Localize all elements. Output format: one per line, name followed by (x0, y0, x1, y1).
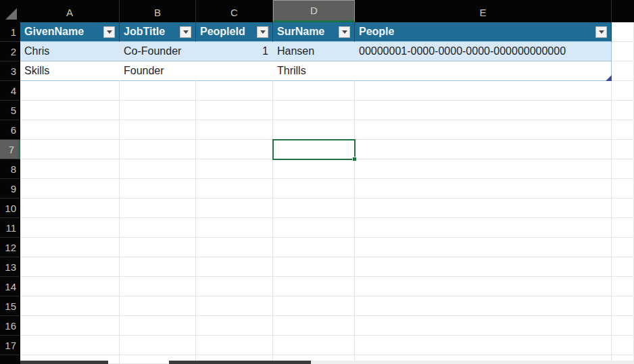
table-header-cell-people[interactable]: People (355, 22, 612, 42)
empty-cell[interactable] (273, 81, 355, 101)
empty-cell[interactable] (612, 42, 634, 61)
filter-dropdown-button[interactable] (103, 26, 115, 38)
empty-cell[interactable] (120, 316, 196, 336)
row-header-12[interactable]: 12 (0, 238, 20, 257)
empty-cell[interactable] (20, 316, 120, 336)
empty-cell[interactable] (120, 336, 196, 355)
empty-cell[interactable] (355, 257, 612, 277)
empty-cell[interactable] (120, 238, 196, 257)
empty-cell[interactable] (355, 101, 612, 120)
fill-handle[interactable] (352, 157, 357, 161)
empty-cell[interactable] (120, 140, 196, 159)
empty-cell[interactable] (612, 22, 634, 42)
empty-cell[interactable] (20, 120, 120, 140)
empty-cell[interactable] (120, 159, 196, 179)
empty-cell[interactable] (273, 159, 355, 179)
data-cell-C3[interactable] (196, 61, 273, 81)
empty-cell[interactable] (273, 257, 355, 277)
table-header-cell-givenname[interactable]: GivenName (20, 22, 120, 42)
empty-cell[interactable] (196, 257, 273, 277)
empty-cell[interactable] (612, 336, 634, 355)
empty-cell[interactable] (612, 218, 634, 238)
empty-cell[interactable] (355, 218, 612, 238)
table-header-cell-peopleid[interactable]: PeopleId (196, 22, 273, 42)
empty-cell[interactable] (196, 179, 273, 199)
empty-cell[interactable] (612, 179, 634, 199)
data-cell-C2[interactable]: 1 (196, 42, 273, 61)
empty-cell[interactable] (20, 296, 120, 316)
empty-cell[interactable] (612, 296, 634, 316)
row-header-4[interactable]: 4 (0, 81, 20, 101)
row-header-17[interactable]: 17 (0, 336, 20, 355)
empty-cell[interactable] (196, 218, 273, 238)
empty-cell[interactable] (20, 140, 120, 159)
empty-cell[interactable] (355, 199, 612, 218)
empty-cell[interactable] (273, 218, 355, 238)
filter-dropdown-button[interactable] (257, 26, 268, 38)
empty-cell[interactable] (612, 238, 634, 257)
row-header-8[interactable]: 8 (0, 159, 20, 179)
empty-cell[interactable] (20, 81, 120, 101)
empty-cell[interactable] (355, 159, 612, 179)
empty-cell[interactable] (612, 277, 634, 296)
row-header-10[interactable]: 10 (0, 199, 20, 218)
empty-cell[interactable] (612, 140, 634, 159)
empty-cell[interactable] (273, 120, 355, 140)
empty-cell[interactable] (355, 277, 612, 296)
row-header-7[interactable]: 7 (0, 140, 20, 159)
empty-cell[interactable] (196, 316, 273, 336)
empty-cell[interactable] (612, 61, 634, 81)
empty-cell[interactable] (196, 159, 273, 179)
row-header-5[interactable]: 5 (0, 101, 20, 120)
empty-cell[interactable] (120, 218, 196, 238)
row-header-14[interactable]: 14 (0, 277, 20, 296)
data-cell-A2[interactable]: Chris (20, 42, 120, 61)
empty-cell[interactable] (20, 218, 120, 238)
empty-cell[interactable] (196, 238, 273, 257)
row-header-6[interactable]: 6 (0, 120, 20, 140)
empty-cell[interactable] (355, 296, 612, 316)
data-cell-E2[interactable]: 00000001-0000-0000-0000-000000000000 (355, 42, 612, 61)
filter-dropdown-button[interactable] (339, 26, 350, 38)
empty-cell[interactable] (355, 140, 612, 159)
empty-cell[interactable] (120, 179, 196, 199)
empty-cell[interactable] (120, 81, 196, 101)
empty-cell[interactable] (120, 296, 196, 316)
empty-cell[interactable] (196, 296, 273, 316)
empty-cell[interactable] (355, 179, 612, 199)
empty-cell[interactable] (120, 257, 196, 277)
column-header-C[interactable]: C (196, 0, 273, 22)
empty-cell[interactable] (20, 336, 120, 355)
empty-cell[interactable] (120, 101, 196, 120)
row-header-16[interactable]: 16 (0, 316, 20, 336)
filter-dropdown-button[interactable] (595, 26, 607, 38)
empty-cell[interactable] (20, 277, 120, 296)
empty-cell[interactable] (273, 101, 355, 120)
empty-cell[interactable] (612, 257, 634, 277)
select-all-corner[interactable] (0, 0, 20, 22)
empty-cell[interactable] (20, 159, 120, 179)
filter-dropdown-button[interactable] (180, 26, 191, 38)
table-header-cell-jobtitle[interactable]: JobTitle (120, 22, 196, 42)
row-header-9[interactable]: 9 (0, 179, 20, 199)
empty-cell[interactable] (273, 277, 355, 296)
data-cell-E3[interactable] (355, 61, 612, 81)
table-header-cell-surname[interactable]: SurName (273, 22, 355, 42)
empty-cell[interactable] (612, 159, 634, 179)
empty-cell[interactable] (273, 336, 355, 355)
empty-cell[interactable] (273, 199, 355, 218)
data-cell-D3[interactable]: Thrills (273, 61, 355, 81)
empty-cell[interactable] (355, 316, 612, 336)
data-cell-B2[interactable]: Co-Founder (120, 42, 196, 61)
empty-cell[interactable] (612, 199, 634, 218)
column-header-B[interactable]: B (120, 0, 196, 22)
empty-cell[interactable] (20, 199, 120, 218)
empty-cell[interactable] (196, 199, 273, 218)
data-cell-B3[interactable]: Founder (120, 61, 196, 81)
empty-cell[interactable] (120, 199, 196, 218)
row-header-13[interactable]: 13 (0, 257, 20, 277)
column-header-partial[interactable] (612, 0, 634, 22)
empty-cell[interactable] (196, 101, 273, 120)
row-header-2[interactable]: 2 (0, 42, 20, 61)
column-header-E[interactable]: E (355, 0, 612, 22)
